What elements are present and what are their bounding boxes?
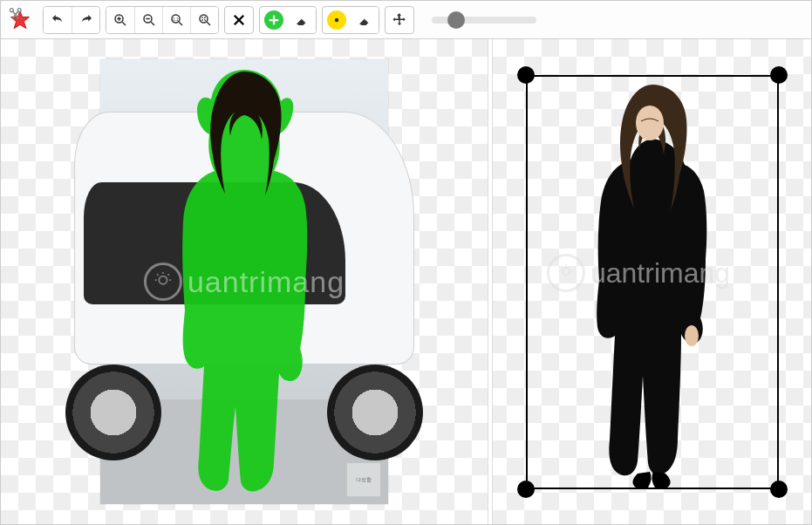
svg-text:1:1: 1:1: [173, 17, 179, 21]
svg-point-1: [10, 8, 13, 11]
history-group: [43, 6, 100, 34]
car-window: [84, 182, 345, 304]
crop-handle-bottom-right[interactable]: [770, 481, 788, 498]
corner-badge: 다정함: [346, 462, 381, 497]
svg-line-14: [207, 22, 210, 25]
output-frame: uantrimang: [517, 66, 788, 498]
eraser-icon: [357, 12, 372, 28]
app-root: 1:1: [0, 0, 812, 525]
zoom-in-icon: [113, 12, 128, 28]
remove-eraser-button[interactable]: [351, 7, 379, 33]
clear-button[interactable]: [224, 6, 254, 34]
remove-mark-group: [322, 6, 379, 34]
redo-icon: [78, 12, 94, 28]
car-wheel: [327, 365, 423, 460]
remove-brush-button[interactable]: [323, 7, 351, 33]
svg-line-4: [122, 22, 126, 25]
crop-handle-bottom-left[interactable]: [517, 481, 535, 498]
slider-track[interactable]: [432, 17, 536, 24]
brush-size-slider[interactable]: [432, 17, 536, 24]
zoom-fit-icon: [197, 12, 213, 28]
undo-icon: [50, 12, 65, 28]
svg-line-11: [179, 22, 182, 25]
corner-badge-text: 다정함: [356, 476, 372, 484]
result-pane[interactable]: uantrimang: [493, 39, 811, 524]
zoom-11-icon: 1:1: [169, 12, 185, 28]
plus-icon: [266, 12, 282, 28]
keep-mark-group: [259, 6, 317, 34]
eraser-icon: [294, 12, 310, 28]
svg-point-13: [200, 15, 208, 23]
dot-icon: [329, 12, 345, 28]
workspace: uantrimang 다정함: [1, 39, 811, 524]
move-icon: [392, 12, 407, 28]
slider-thumb[interactable]: [447, 11, 465, 29]
toolbar: 1:1: [1, 1, 811, 39]
svg-line-8: [151, 22, 154, 25]
scissors-star-icon: [8, 8, 32, 32]
background-car: [74, 112, 414, 365]
redo-button[interactable]: [72, 7, 99, 33]
zoom-out-button[interactable]: [134, 7, 162, 33]
car-wheel: [65, 365, 161, 460]
crop-rectangle[interactable]: [526, 75, 779, 489]
zoom-in-button[interactable]: [106, 7, 134, 33]
crop-handle-top-right[interactable]: [770, 66, 788, 84]
zoom-group: 1:1: [106, 6, 219, 34]
x-icon: [231, 12, 247, 28]
zoom-out-icon: [141, 12, 157, 28]
undo-button[interactable]: [44, 7, 72, 33]
svg-point-2: [17, 8, 21, 11]
zoom-fit-button[interactable]: [190, 7, 218, 33]
source-pane[interactable]: uantrimang 다정함: [1, 39, 488, 524]
zoom-11-button[interactable]: 1:1: [162, 7, 190, 33]
keep-eraser-button[interactable]: [288, 7, 316, 33]
svg-point-19: [335, 17, 339, 22]
source-image[interactable]: uantrimang 다정함: [100, 59, 388, 504]
pan-button[interactable]: [385, 6, 414, 34]
app-logo: [8, 8, 32, 32]
crop-handle-top-left[interactable]: [517, 66, 535, 84]
keep-brush-button[interactable]: [260, 7, 288, 33]
